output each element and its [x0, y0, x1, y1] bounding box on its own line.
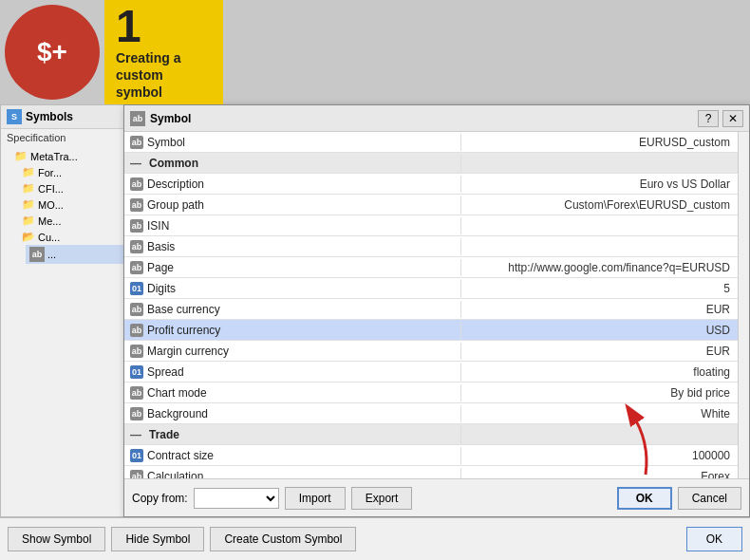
toolbar-ok-button[interactable]: OK [686, 527, 742, 551]
import-button[interactable]: Import [285, 487, 346, 510]
badge-desc: Creating acustom symbol [116, 49, 212, 102]
copy-from-dropdown[interactable] [194, 488, 279, 509]
folder-icon: 📁 [22, 198, 35, 211]
tree-label: CFI... [38, 183, 64, 195]
prop-row-profitcurrency: ab Profit currency USD [124, 320, 738, 341]
prop-row-basis: ab Basis [124, 236, 738, 257]
folder-icon: 📂 [22, 231, 35, 243]
tree-label: Cu... [38, 232, 60, 243]
prop-value-chartmode: By bid price [461, 384, 738, 401]
symbol-dialog: ab Symbol ? ✕ ab Symbol EURUSD_custom — … [123, 104, 750, 517]
prop-value-spread: floating [461, 364, 738, 381]
prop-value-contractsize: 100000 [461, 447, 738, 464]
prop-value-basis [461, 245, 738, 249]
prop-row-chartmode: ab Chart mode By bid price [124, 383, 738, 403]
badge-icon-text: $+ [37, 37, 67, 67]
section-name-common: — Common [124, 155, 461, 172]
prop-row-isin: ab ISIN [124, 215, 738, 236]
folder-icon: 📁 [22, 182, 35, 195]
prop-name-grouppath: ab Group path [124, 196, 461, 214]
prop-value-isin [461, 224, 738, 228]
badge-number: 1 [116, 4, 212, 49]
section-name-trade: — Trade [124, 426, 461, 443]
badge-content: 1 Creating acustom symbol [104, 0, 223, 104]
prop-row-calculation: ab Calculation Forex [124, 466, 738, 478]
prop-value-description: Euro vs US Dollar [461, 176, 738, 193]
properties-area: ab Symbol EURUSD_custom — Common ab Desc… [124, 132, 749, 478]
bottom-toolbar: Show Symbol Hide Symbol Create Custom Sy… [0, 517, 750, 560]
prop-name-spread: 01 Spread [124, 364, 461, 381]
tree-label: For... [38, 167, 62, 178]
prop-value-background: White [461, 405, 738, 422]
prop-name-digits: 01 Digits [124, 280, 461, 297]
prop-value-profitcurrency: USD [461, 322, 738, 339]
prop-value-digits: 5 [461, 280, 738, 297]
export-button[interactable]: Export [351, 487, 413, 510]
help-button[interactable]: ? [698, 110, 719, 127]
dialog-titlebar: ab Symbol ? ✕ [124, 105, 749, 132]
prop-value-grouppath: Custom\Forex\EURUSD_custom [461, 196, 738, 214]
hide-symbol-button[interactable]: Hide Symbol [111, 527, 204, 551]
tree-item-cu[interactable]: 📂 Cu... [18, 229, 130, 245]
tree-item-mo[interactable]: 📁 MO... [18, 196, 130, 213]
prop-name-basis: ab Basis [124, 238, 461, 255]
prop-value-calculation: Forex [461, 468, 738, 479]
dialog-title: Symbol [150, 112, 191, 125]
properties-table: ab Symbol EURUSD_custom — Common ab Desc… [124, 132, 738, 478]
prop-row-contractsize: 01 Contract size 100000 [124, 445, 738, 466]
section-common: — Common [124, 153, 738, 174]
prop-name-background: ab Background [124, 405, 461, 422]
prop-name-symbol: ab Symbol [124, 134, 461, 151]
close-button[interactable]: ✕ [722, 110, 743, 127]
symbols-title: Symbols [26, 110, 73, 123]
symbol-icon: ab [29, 247, 45, 262]
dialog-ok-button[interactable]: OK [617, 487, 672, 510]
prop-row-symbol: ab Symbol EURUSD_custom [124, 132, 738, 153]
prop-row-spread: 01 Spread floating [124, 362, 738, 383]
prop-row-digits: 01 Digits 5 [124, 278, 738, 299]
tree-label: MetaTra... [30, 151, 78, 162]
prop-value-symbol: EURUSD_custom [461, 134, 738, 151]
folder-icon: 📁 [22, 166, 35, 178]
symbols-icon: S [7, 109, 22, 124]
prop-name-contractsize: 01 Contract size [124, 447, 461, 464]
prop-name-page: ab Page [124, 259, 461, 276]
tree-item-custom-symbol[interactable]: ab ... [26, 245, 130, 264]
dialog-controls: ? ✕ [698, 110, 743, 127]
create-custom-symbol-button[interactable]: Create Custom Symbol [210, 527, 356, 551]
prop-row-background: ab Background White [124, 403, 738, 424]
prop-row-grouppath: ab Group path Custom\Forex\EURUSD_custom [124, 195, 738, 215]
prop-row-basecurrency: ab Base currency EUR [124, 299, 738, 320]
tree-item-metatrader[interactable]: 📁 MetaTra... [10, 148, 130, 164]
properties-scrollbar[interactable] [738, 132, 749, 478]
dialog-bottom: Copy from: Import Export OK Cancel [124, 478, 749, 516]
prop-name-basecurrency: ab Base currency [124, 301, 461, 318]
symbols-header: S Symbols [1, 105, 132, 129]
prop-name-isin: ab ISIN [124, 217, 461, 234]
prop-name-calculation: ab Calculation [124, 468, 461, 479]
dialog-title-area: ab Symbol [130, 111, 191, 126]
symbol-tree: 📁 MetaTra... 📁 For... 📁 CFI... 📁 MO... 📁… [1, 146, 132, 266]
tree-label: MO... [38, 199, 64, 211]
show-symbol-button[interactable]: Show Symbol [8, 527, 105, 551]
badge-icon: $+ [5, 5, 100, 100]
dialog-cancel-button[interactable]: Cancel [678, 487, 741, 510]
prop-row-description: ab Description Euro vs US Dollar [124, 174, 738, 195]
dialog-title-icon: ab [130, 111, 145, 126]
folder-icon: 📁 [14, 150, 28, 162]
prop-name-profitcurrency: ab Profit currency [124, 322, 461, 339]
tree-item-cfi[interactable]: 📁 CFI... [18, 180, 130, 196]
tree-item-me[interactable]: 📁 Me... [18, 213, 130, 229]
copy-from-label: Copy from: [132, 492, 188, 505]
prop-value-margincurrency: EUR [461, 343, 738, 360]
tree-item-for[interactable]: 📁 For... [18, 164, 130, 180]
prop-name-description: ab Description [124, 176, 461, 193]
section-trade: — Trade [124, 424, 738, 445]
prop-value-basecurrency: EUR [461, 301, 738, 318]
tutorial-badge: $+ 1 Creating acustom symbol [0, 0, 223, 104]
specification-label: Specification [1, 129, 132, 146]
symbols-panel: S Symbols Specification 📁 MetaTra... 📁 F… [0, 104, 133, 517]
tree-label: Me... [38, 215, 61, 227]
prop-row-page: ab Page http://www.google.com/finance?q=… [124, 257, 738, 278]
prop-row-margincurrency: ab Margin currency EUR [124, 341, 738, 362]
